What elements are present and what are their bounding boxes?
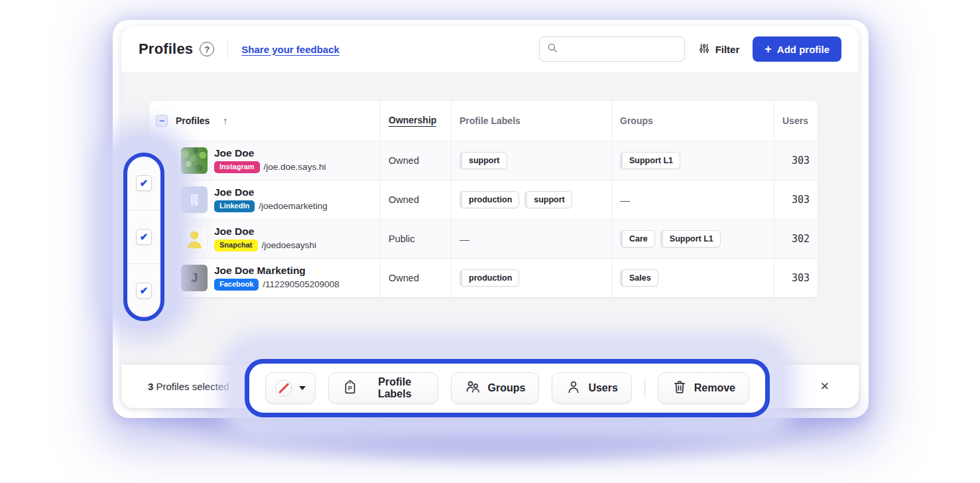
profile-handle: /joedoemarketing: [259, 201, 328, 211]
avatar: [181, 147, 208, 174]
column-label-ownership: Ownership: [389, 115, 436, 127]
ownership-cell: Owned: [380, 259, 451, 297]
column-header-groups: Groups: [611, 101, 774, 141]
profile-labels-cell: productionsupport: [451, 180, 611, 219]
groups-cell: —: [611, 180, 774, 219]
profile-name: Joe Doe: [214, 187, 328, 198]
network-badge: Snapchat: [214, 240, 258, 251]
column-label-profiles: Profiles: [176, 115, 210, 126]
profile-labels-label: Profile Labels: [365, 376, 424, 400]
empty-placeholder: —: [620, 194, 630, 206]
building-icon: [186, 192, 202, 208]
label-chip: support: [524, 191, 572, 208]
panel-header: Profiles ? Share your feedback Filter: [121, 27, 859, 72]
callout-checkbox-cell: ✔: [127, 157, 160, 210]
groups-button[interactable]: Groups: [451, 372, 539, 404]
group-chip: Support L1: [620, 152, 680, 169]
no-status-icon: [275, 380, 292, 397]
users-count: 303: [774, 180, 818, 219]
close-icon[interactable]: ✕: [818, 378, 832, 395]
table-row[interactable]: Joe Doe LinkedIn /joedoemarketing Owned …: [149, 180, 818, 219]
column-header-labels: Profile Labels: [451, 101, 611, 141]
row-checkbox-checked[interactable]: ✔: [136, 283, 152, 299]
avatar: [181, 186, 208, 213]
callout-checkbox-cell: ✔: [127, 210, 160, 263]
search-icon: [546, 42, 558, 56]
table-row[interactable]: Joe Doe Instagram /joe.doe.says.hi Owned…: [149, 141, 818, 180]
groups-cell: Support L1: [611, 141, 774, 180]
profiles-table: − Profiles ↑ Ownership Profile Labels Gr…: [149, 101, 818, 297]
users-button[interactable]: Users: [552, 372, 631, 404]
row-checkbox-checked[interactable]: ✔: [136, 229, 152, 245]
profile-handle: /joedoesayshi: [262, 240, 317, 250]
group-chip: Support L1: [660, 230, 721, 247]
table-row[interactable]: J Joe Doe Marketing Facebook /1122905052…: [149, 258, 818, 297]
feedback-link[interactable]: Share your feedback: [241, 44, 339, 55]
table-body: Joe Doe Instagram /joe.doe.says.hi Owned…: [149, 141, 818, 297]
ownership-cell: Owned: [380, 141, 451, 180]
table-row[interactable]: Joe Doe Snapchat /joedoesayshi Public — …: [149, 219, 818, 258]
search-box[interactable]: [539, 36, 685, 62]
selected-checkboxes-callout: ✔✔✔: [123, 153, 164, 321]
column-header-profiles[interactable]: − Profiles ↑: [149, 101, 380, 141]
network-badge: Facebook: [214, 279, 259, 291]
profile-cell: Joe Doe LinkedIn /joedoemarketing: [149, 180, 380, 219]
column-header-users: Users: [774, 101, 818, 141]
ownership-cell: Owned: [380, 180, 451, 219]
label-chip: production: [459, 191, 519, 208]
profile-labels-cell: —: [451, 220, 611, 258]
header-divider: [227, 40, 228, 58]
column-header-ownership[interactable]: Ownership: [380, 101, 451, 141]
table-header-row: − Profiles ↑ Ownership Profile Labels Gr…: [149, 101, 818, 141]
groups-cell: Sales: [611, 259, 774, 297]
page-title: Profiles: [139, 40, 193, 58]
toolbar-divider: [644, 378, 645, 398]
selection-count-text: 3 Profiles selected: [148, 381, 229, 392]
search-input[interactable]: [564, 43, 678, 55]
chevron-down-icon: [299, 386, 306, 390]
profile-name: Joe Doe: [214, 226, 316, 237]
svg-text:P: P: [348, 384, 353, 391]
page-background: Profiles ? Share your feedback Filter: [0, 0, 980, 483]
row-checkbox-checked[interactable]: ✔: [136, 175, 152, 191]
groups-icon: [465, 379, 481, 397]
remove-button[interactable]: Remove: [658, 372, 749, 404]
remove-label: Remove: [694, 382, 735, 394]
label-chip: production: [459, 269, 519, 287]
avatar: [181, 226, 208, 252]
users-count: 303: [774, 259, 818, 297]
profile-name: Joe Doe: [214, 148, 326, 159]
add-profile-label: Add profile: [777, 44, 829, 55]
profile-labels-cell: support: [451, 141, 611, 180]
bulk-actions-toolbar: P Profile Labels Groups Users Remove: [245, 359, 770, 417]
person-silhouette-icon: [183, 228, 206, 250]
profile-labels-button[interactable]: P Profile Labels: [328, 372, 438, 404]
group-chip: Care: [620, 230, 655, 247]
network-badge: Instagram: [214, 161, 260, 173]
help-icon[interactable]: ?: [200, 42, 214, 56]
profile-labels-cell: production: [451, 259, 611, 297]
groups-label: Groups: [487, 382, 525, 394]
profile-handle: /joe.doe.says.hi: [264, 162, 326, 172]
ownership-cell: Public: [380, 220, 451, 258]
plus-icon: +: [765, 43, 772, 55]
filter-button[interactable]: Filter: [698, 42, 740, 56]
sort-arrow-icon[interactable]: ↑: [223, 115, 227, 126]
profile-handle: /112290505209008: [263, 279, 339, 289]
profile-cell: Joe Doe Snapchat /joedoesayshi: [149, 220, 380, 258]
users-count: 303: [774, 141, 818, 180]
users-count: 302: [774, 220, 818, 258]
filter-label: Filter: [715, 44, 740, 55]
users-label: Users: [588, 382, 617, 394]
column-label-groups: Groups: [620, 115, 653, 126]
select-all-checkbox[interactable]: −: [156, 115, 168, 127]
profile-cell: Joe Doe Instagram /joe.doe.says.hi: [149, 141, 380, 180]
label-chip: support: [459, 152, 507, 169]
panel-content: − Profiles ↑ Ownership Profile Labels Gr…: [121, 72, 859, 365]
add-profile-button[interactable]: + Add profile: [753, 36, 841, 62]
profile-cell: J Joe Doe Marketing Facebook /1122905052…: [149, 259, 380, 297]
status-dropdown-button[interactable]: [265, 372, 316, 404]
tag-icon: P: [342, 379, 358, 397]
profile-name: Joe Doe Marketing: [214, 265, 339, 276]
selection-label: Profiles selected: [153, 381, 229, 392]
